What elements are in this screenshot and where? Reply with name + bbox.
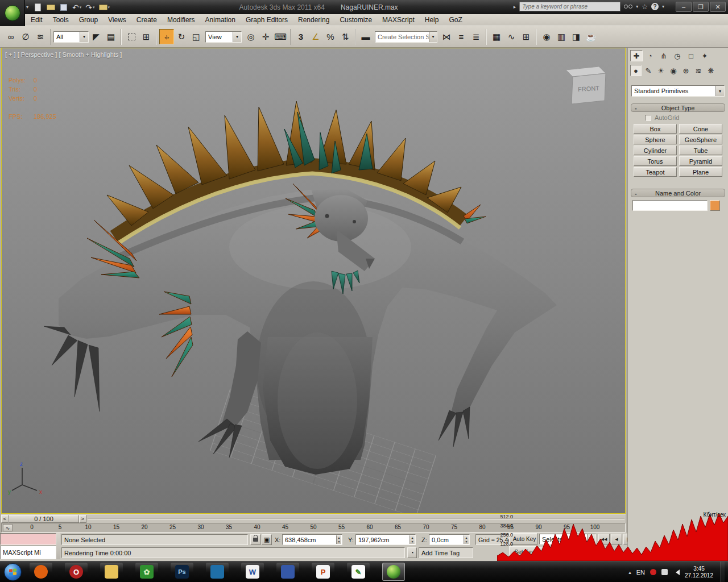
- language-indicator[interactable]: EN: [636, 569, 645, 576]
- pyramid-button[interactable]: Pyramid: [679, 156, 722, 166]
- add-time-tag-field[interactable]: Add Time Tag: [419, 547, 473, 558]
- autogrid-checkbox[interactable]: [645, 115, 651, 121]
- reference-coordinate-dropdown[interactable]: View ▾: [205, 31, 242, 43]
- project-folder-button[interactable]: ▾: [99, 2, 110, 13]
- spinner-snap-button[interactable]: ⇅: [338, 29, 353, 44]
- next-frame-button[interactable]: >: [79, 515, 86, 523]
- chevron-down-icon[interactable]: ▾: [429, 32, 437, 42]
- material-editor-button[interactable]: ◉: [539, 29, 554, 44]
- tray-icon-app[interactable]: [661, 569, 668, 575]
- named-selection-set-dropdown[interactable]: Create Selection Se ▾: [375, 31, 437, 43]
- primitive-category-dropdown[interactable]: Standard Primitives ▾: [631, 85, 725, 97]
- cylinder-button[interactable]: Cylinder: [634, 146, 677, 155]
- box-button[interactable]: Box: [634, 124, 677, 134]
- absolute-mode-button[interactable]: ▣: [262, 534, 272, 545]
- taskbar-app-photoshop[interactable]: Ps: [171, 563, 193, 581]
- object-type-rollout[interactable]: - Object Type: [631, 103, 725, 112]
- search-scope-icon[interactable]: [624, 5, 632, 9]
- redo-button[interactable]: ↷▾: [85, 2, 94, 13]
- unlink-selection-button[interactable]: ∅: [18, 29, 33, 44]
- redo-dropdown-icon[interactable]: ▾: [93, 5, 95, 10]
- menu-maxscript[interactable]: MAXScript: [377, 14, 420, 26]
- perspective-viewport[interactable]: [ + ] [ Perspective ] [ Smooth + Highlig…: [1, 48, 626, 514]
- category-geometry[interactable]: ●: [630, 65, 642, 76]
- tab-create[interactable]: ✚: [630, 50, 643, 61]
- search-input[interactable]: [519, 2, 621, 11]
- select-and-link-button[interactable]: ∞: [3, 29, 18, 44]
- rendered-frame-button[interactable]: ◨: [569, 29, 584, 44]
- chevron-down-icon[interactable]: ▾: [80, 32, 88, 42]
- chevron-down-icon[interactable]: ▾: [587, 534, 595, 544]
- time-slider-track[interactable]: [88, 518, 624, 519]
- select-and-manipulate-button[interactable]: ✛: [258, 29, 273, 44]
- time-tag-button[interactable]: ◔: [407, 547, 417, 558]
- application-button[interactable]: [0, 0, 25, 26]
- favorites-star-icon[interactable]: ☆: [642, 3, 648, 11]
- taskbar-app-firefox[interactable]: [30, 563, 52, 581]
- curve-editor-button[interactable]: ∿: [504, 29, 519, 44]
- plane-button[interactable]: Plane: [679, 167, 722, 177]
- auto-key-button[interactable]: Auto Key: [509, 533, 537, 545]
- angle-snap-button[interactable]: ∠: [308, 29, 323, 44]
- go-to-start-button[interactable]: ◀◀: [598, 534, 610, 544]
- chevron-down-icon[interactable]: ▾: [715, 86, 724, 96]
- geosphere-button[interactable]: GeoSphere: [679, 135, 722, 144]
- select-object-button[interactable]: ◤: [89, 29, 104, 44]
- select-and-rotate-button[interactable]: ↻: [174, 29, 189, 44]
- show-desktop-button[interactable]: [721, 562, 725, 582]
- layer-manager-button[interactable]: ≣: [469, 29, 483, 44]
- project-dropdown-icon[interactable]: ▾: [108, 5, 110, 10]
- viewcube[interactable]: FRONT: [559, 62, 611, 105]
- volume-icon[interactable]: [673, 569, 680, 575]
- key-filters-button[interactable]: Key Filters...: [539, 547, 577, 557]
- taskbar-app-powerpoint[interactable]: P: [312, 563, 334, 581]
- x-coordinate-field[interactable]: 638,458cm▲▼: [282, 534, 342, 545]
- category-cameras[interactable]: ◉: [668, 65, 679, 76]
- tab-display[interactable]: □: [685, 50, 697, 61]
- name-color-rollout[interactable]: - Name and Color: [631, 189, 725, 197]
- track-bar[interactable]: ∿ 05101520253035404550556065707580859095…: [1, 523, 626, 533]
- viewport-label[interactable]: [ + ] [ Perspective ] [ Smooth + Highlig…: [5, 51, 122, 58]
- taskbar-app-3dsmax[interactable]: [382, 563, 405, 581]
- maximize-button[interactable]: ❐: [693, 2, 709, 12]
- taskbar-app-media[interactable]: [206, 563, 229, 581]
- menu-tools[interactable]: Tools: [48, 14, 74, 26]
- tube-button[interactable]: Tube: [679, 146, 722, 155]
- previous-frame-button[interactable]: <: [1, 515, 9, 523]
- teapot-button[interactable]: Teapot: [634, 167, 677, 177]
- y-spinner[interactable]: ▲▼: [410, 535, 415, 544]
- set-key-button[interactable]: Set Key: [509, 546, 537, 558]
- schematic-view-button[interactable]: ⊞: [519, 29, 533, 44]
- maxscript-macro-recorder[interactable]: [0, 533, 56, 545]
- key-mode-dropdown[interactable]: Selected ▾: [539, 534, 596, 544]
- menu-customize[interactable]: Customize: [334, 14, 377, 26]
- menu-group[interactable]: Group: [74, 14, 103, 26]
- select-and-move-button[interactable]: ↔ ↕: [159, 29, 174, 44]
- open-file-button[interactable]: [46, 2, 55, 13]
- object-color-swatch[interactable]: [710, 200, 720, 211]
- menu-edit[interactable]: Edit: [26, 14, 48, 26]
- cone-button[interactable]: Cone: [679, 124, 722, 134]
- z-spinner[interactable]: ▲▼: [464, 535, 469, 544]
- undo-button[interactable]: ↶▾: [72, 2, 81, 13]
- render-production-button[interactable]: ☕: [584, 29, 598, 44]
- tab-motion[interactable]: ◷: [671, 50, 684, 61]
- menu-goz[interactable]: GoZ: [444, 14, 467, 26]
- category-shapes[interactable]: ✎: [643, 65, 654, 76]
- menu-help[interactable]: Help: [420, 14, 444, 26]
- maxscript-mini-listener[interactable]: MAXScript Mi: [0, 546, 56, 559]
- taskbar-app-explorer[interactable]: [100, 563, 123, 581]
- chevron-down-icon[interactable]: ▾: [233, 32, 241, 42]
- object-name-input[interactable]: [632, 200, 708, 211]
- selection-filter-dropdown[interactable]: All ▾: [53, 31, 89, 43]
- category-lights[interactable]: ☀: [655, 65, 667, 76]
- selection-lock-button[interactable]: [250, 534, 260, 545]
- show-hidden-icons[interactable]: ▴: [628, 569, 631, 575]
- menu-create[interactable]: Create: [131, 14, 162, 26]
- undo-dropdown-icon[interactable]: ▾: [80, 5, 82, 10]
- taskbar-app-word[interactable]: W: [241, 563, 264, 581]
- menu-rendering[interactable]: Rendering: [293, 14, 334, 26]
- mirror-button[interactable]: ⋈: [439, 29, 454, 44]
- keyboard-override-button[interactable]: ⌨: [273, 29, 288, 44]
- category-helpers[interactable]: ⊕: [680, 65, 692, 76]
